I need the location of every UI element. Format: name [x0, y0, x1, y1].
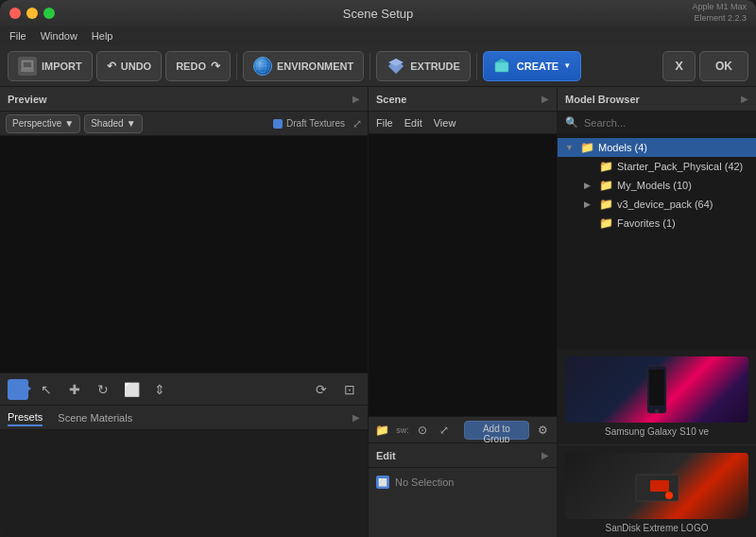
reset-tool[interactable]: ⟳: [311, 379, 332, 400]
scene-expand-btn[interactable]: ⤢: [437, 421, 453, 440]
thumbnail-item-0[interactable]: Samsung Galaxy S10 ve: [558, 349, 756, 445]
draft-textures-checkbox[interactable]: [273, 119, 283, 129]
sandisk-thumbnail: [565, 453, 748, 519]
scene-view-menu[interactable]: View: [434, 117, 456, 129]
select-tool[interactable]: ↖: [36, 379, 57, 400]
item-folder-icon-3: 📁: [599, 217, 613, 230]
scene-edit-menu[interactable]: Edit: [404, 117, 422, 129]
item-label-3: Favorites (1): [617, 217, 748, 229]
edit-expand-arrow[interactable]: ▶: [541, 450, 549, 460]
x-button[interactable]: X: [662, 51, 696, 81]
preview-controls: Perspective ▼ Shaded ▼ Draft Textures ⤢: [0, 112, 368, 136]
list-item[interactable]: ▶ 📁 v3_device_pack (64): [558, 195, 756, 214]
rotate-icon: ↻: [97, 382, 109, 397]
scene-label-sw: sw:: [396, 425, 409, 435]
add-to-group-button[interactable]: Add to Group: [464, 421, 529, 440]
svg-point-17: [665, 492, 673, 499]
search-icon: 🔍: [565, 116, 578, 129]
svg-marker-11: [495, 59, 508, 62]
undo-button[interactable]: ↶ UNDO: [96, 51, 162, 81]
models-expand-arrow[interactable]: ▼: [565, 143, 576, 152]
scene-expand-arrow[interactable]: ▶: [541, 94, 549, 104]
menu-file[interactable]: File: [9, 30, 26, 42]
extrude-button[interactable]: EXTRUDE: [376, 51, 471, 81]
create-dropdown-arrow[interactable]: ▼: [563, 61, 571, 70]
search-input[interactable]: [584, 117, 748, 129]
import-button[interactable]: IMPORT: [8, 51, 93, 81]
camera-tool[interactable]: [8, 379, 28, 400]
fullscreen-icon[interactable]: ⤢: [352, 117, 362, 130]
system-info-line1: Apple M1 Max: [692, 2, 747, 13]
perspective-label: Perspective: [12, 118, 61, 129]
svg-rect-16: [650, 480, 669, 492]
presets-tab[interactable]: Presets: [8, 409, 43, 426]
scene-gear-icon[interactable]: ⚙: [535, 421, 551, 440]
scene-materials-tab[interactable]: Scene Materials: [58, 410, 132, 425]
environment-button[interactable]: ENVIRONMENT: [243, 51, 364, 81]
minimize-button[interactable]: [26, 8, 38, 19]
fit-tool[interactable]: ⊡: [339, 379, 360, 400]
scale-tool[interactable]: ⬜: [121, 379, 142, 400]
transform-tool[interactable]: ⇕: [149, 379, 170, 400]
traffic-lights[interactable]: [9, 8, 55, 19]
perspective-dropdown[interactable]: Perspective ▼: [6, 114, 80, 133]
scene-panel-title: Scene: [376, 94, 406, 105]
scene-file-menu[interactable]: File: [376, 117, 393, 129]
create-icon: [493, 57, 512, 76]
preview-expand-arrow[interactable]: ▶: [352, 94, 360, 104]
menu-bar: File Window Help: [0, 26, 756, 45]
create-button[interactable]: CREATE ▼: [483, 51, 581, 81]
rotate-tool[interactable]: ↻: [93, 379, 113, 400]
model-browser-panel: Model Browser ▶ 🔍 ▼ 📁 Models (4) 📁 Start…: [558, 87, 756, 537]
models-root-label: Models (4): [598, 142, 748, 153]
item-label-2: v3_device_pack (64): [617, 199, 748, 210]
samsung-label: Samsung Galaxy S10 ve: [565, 426, 748, 437]
list-item[interactable]: 📁 Starter_Pack_Physical (42): [558, 157, 756, 176]
scene-viewport[interactable]: [369, 134, 557, 416]
no-selection-icon: ⬜: [376, 476, 389, 489]
select-icon: ↖: [41, 382, 52, 397]
add-tool[interactable]: ✚: [64, 379, 85, 400]
model-browser-expand-arrow[interactable]: ▶: [741, 94, 748, 104]
preview-panel-title: Preview: [8, 94, 47, 105]
scene-toggle-btn[interactable]: ⊙: [415, 421, 431, 440]
maximize-button[interactable]: [43, 8, 55, 19]
thumbnail-item-1[interactable]: SanDisk Extreme LOGO: [558, 445, 756, 537]
scene-folder-icon[interactable]: 📁: [374, 421, 390, 440]
item-folder-icon-2: 📁: [599, 198, 613, 211]
import-icon: [18, 57, 37, 76]
svg-rect-10: [495, 62, 508, 72]
close-button[interactable]: [9, 8, 21, 19]
bottom-panels: Presets Scene Materials ▶: [0, 405, 368, 537]
create-label: CREATE: [517, 61, 558, 72]
preview-panel: Preview ▶ Perspective ▼ Shaded ▼ Draft T…: [0, 87, 369, 537]
svg-point-14: [655, 409, 659, 413]
window-title: Scene Setup: [343, 7, 413, 21]
item-folder-icon-1: 📁: [599, 179, 613, 192]
redo-button[interactable]: REDO ↷: [165, 51, 231, 81]
list-item[interactable]: 📁 Favorites (1): [558, 214, 756, 233]
shaded-dropdown[interactable]: Shaded ▼: [84, 114, 142, 133]
models-root-item[interactable]: ▼ 📁 Models (4): [558, 138, 756, 157]
menu-window[interactable]: Window: [41, 30, 77, 42]
item-expand-1[interactable]: ▶: [584, 181, 595, 190]
scene-bottom-bar: 📁 sw: ⊙ ⤢ Add to Group ⚙: [369, 416, 557, 442]
preview-viewport[interactable]: [0, 136, 368, 372]
samsung-thumbnail: [565, 356, 748, 423]
toolbar: IMPORT ↶ UNDO REDO ↷ ENVIRONMENT: [0, 45, 756, 87]
bottom-panel-expand[interactable]: ▶: [352, 412, 360, 423]
camera-icon: [9, 382, 27, 397]
draft-textures-control[interactable]: Draft Textures: [273, 118, 345, 129]
item-folder-icon-0: 📁: [599, 160, 613, 173]
toolbar-separator-3: [476, 53, 477, 79]
item-label-1: My_Models (10): [617, 180, 748, 191]
element-version: Element 2.2.3: [692, 13, 747, 25]
list-item[interactable]: ▶ 📁 My_Models (10): [558, 176, 756, 195]
no-selection-area: ⬜ No Selection: [369, 468, 557, 496]
ok-button[interactable]: OK: [699, 51, 748, 81]
preview-toolbar: ↖ ✚ ↻ ⬜ ⇕ ⟳ ⊡: [0, 372, 368, 405]
menu-help[interactable]: Help: [92, 30, 113, 42]
main-area: Preview ▶ Perspective ▼ Shaded ▼ Draft T…: [0, 87, 756, 537]
tabs-row: Presets Scene Materials ▶: [0, 406, 368, 430]
item-expand-2[interactable]: ▶: [584, 199, 595, 209]
